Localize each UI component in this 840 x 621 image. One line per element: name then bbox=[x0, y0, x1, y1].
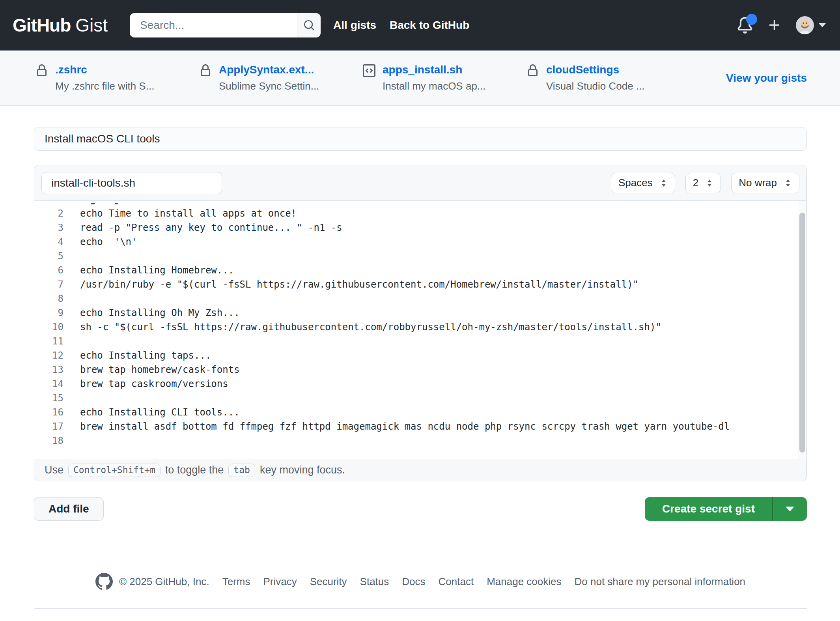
footer-links: TermsPrivacySecurityStatusDocsContactMan… bbox=[222, 576, 745, 588]
search-input[interactable] bbox=[130, 13, 297, 37]
new-gist-button[interactable] bbox=[767, 18, 782, 32]
line-number: 8 bbox=[34, 292, 63, 306]
user-menu-button[interactable] bbox=[796, 16, 826, 34]
avatar bbox=[796, 16, 814, 34]
line-number: 3 bbox=[34, 221, 63, 235]
line-number: 14 bbox=[34, 377, 63, 391]
footer-link-6[interactable]: Manage cookies bbox=[487, 576, 561, 588]
logo-brand: GitHub bbox=[13, 15, 71, 36]
wrap-mode-select[interactable]: No wrap bbox=[731, 173, 799, 193]
hint-middle: to toggle the bbox=[165, 464, 224, 476]
code-line-text: brew tap homebrew/cask-fonts bbox=[80, 363, 240, 377]
editor-scrollbar-thumb[interactable] bbox=[799, 213, 805, 453]
gist-name-link[interactable]: .zshrc bbox=[55, 64, 154, 76]
code-line: 11 bbox=[34, 334, 806, 348]
copyright-text: © 2025 GitHub, Inc. bbox=[119, 576, 209, 588]
line-number: 16 bbox=[34, 405, 63, 419]
line-number: 4 bbox=[34, 235, 63, 249]
code-line: 16echo Installing CLI tools... bbox=[34, 405, 806, 419]
code-line-text: echo Installing Oh My Zsh... bbox=[80, 306, 240, 320]
search-box bbox=[130, 13, 321, 37]
code-line: 10sh -c "$(curl -fsSL https://raw.github… bbox=[34, 320, 806, 334]
line-number: 11 bbox=[34, 334, 63, 348]
indent-mode-value: Spaces bbox=[618, 177, 653, 189]
code-line-text: /usr/bin/ruby -e "$(curl -fsSL https://r… bbox=[80, 277, 638, 292]
file-card: Spaces 2 No wrap 2echo Time to install a… bbox=[34, 165, 807, 481]
notification-dot bbox=[746, 14, 757, 25]
code-line-text: read -p "Press any key to continue... " … bbox=[80, 221, 342, 235]
code-line: 15 bbox=[34, 391, 806, 405]
code-line: 2echo Time to install all apps at once! bbox=[34, 206, 806, 221]
create-gist-split-button: Create secret gist bbox=[645, 497, 807, 521]
add-file-button[interactable]: Add file bbox=[34, 497, 104, 521]
logo-product: Gist bbox=[75, 15, 108, 36]
line-number: 6 bbox=[34, 263, 63, 277]
footer-copyright: © 2025 GitHub, Inc. bbox=[95, 573, 209, 590]
footer-link-0[interactable]: Terms bbox=[222, 576, 250, 588]
footer-link-2[interactable]: Security bbox=[310, 576, 347, 588]
footer-link-4[interactable]: Docs bbox=[402, 576, 425, 588]
code-lines: 2echo Time to install all apps at once!3… bbox=[34, 201, 806, 448]
code-line: 5 bbox=[34, 249, 806, 263]
gist-name-link[interactable]: apps_install.sh bbox=[383, 64, 486, 76]
chevron-down-icon bbox=[786, 507, 794, 511]
code-line-text: brew install asdf bottom fd ffmpeg fzf h… bbox=[80, 419, 730, 434]
line-number: 7 bbox=[34, 277, 63, 292]
lock-icon bbox=[526, 64, 539, 79]
footer-link-5[interactable]: Contact bbox=[439, 576, 474, 588]
gist-bar-items: .zshrcMy .zshrc file with S... ApplySynt… bbox=[35, 64, 726, 92]
code-line: 14brew tap caskroom/versions bbox=[34, 377, 806, 391]
code-line: 9echo Installing Oh My Zsh... bbox=[34, 306, 806, 320]
plus-icon bbox=[767, 18, 782, 32]
gist-name-link[interactable]: ApplySyntax.ext... bbox=[219, 64, 319, 76]
code-line: 18 bbox=[34, 434, 806, 448]
footer-link-3[interactable]: Status bbox=[360, 576, 389, 588]
code-line: 12echo Installing taps... bbox=[34, 348, 806, 363]
clipped-line-fragment bbox=[115, 203, 118, 204]
actions-row: Add file Create secret gist bbox=[34, 497, 807, 521]
footer-link-7[interactable]: Do not share my personal information bbox=[575, 576, 746, 588]
gist-description-input[interactable] bbox=[34, 127, 807, 151]
code-line-text: echo '\n' bbox=[80, 235, 137, 249]
gist-item: .zshrcMy .zshrc file with S... bbox=[35, 64, 199, 92]
line-number: 5 bbox=[34, 249, 63, 263]
line-number: 18 bbox=[34, 434, 63, 448]
code-line-text: echo Installing taps... bbox=[80, 348, 211, 363]
nav-link-1[interactable]: Back to GitHub bbox=[390, 19, 469, 32]
stepper-arrows-icon bbox=[706, 178, 713, 188]
gist-description: Visual Studio Code ... bbox=[546, 80, 645, 92]
create-gist-options-button[interactable] bbox=[772, 497, 807, 521]
code-line-text: echo Installing CLI tools... bbox=[80, 405, 240, 419]
notifications-button[interactable] bbox=[737, 17, 753, 34]
line-number: 9 bbox=[34, 306, 63, 320]
clipped-line-fragment bbox=[91, 203, 95, 204]
line-number: 10 bbox=[34, 320, 63, 334]
indent-mode-select[interactable]: Spaces bbox=[611, 173, 675, 193]
gist-name-link[interactable]: cloudSettings bbox=[546, 64, 645, 76]
wrap-mode-value: No wrap bbox=[739, 177, 777, 189]
code-line: 17brew install asdf bottom fd ffmpeg fzf… bbox=[34, 419, 806, 434]
page-footer: © 2025 GitHub, Inc. TermsPrivacySecurity… bbox=[34, 573, 807, 590]
bottom-divider bbox=[34, 608, 807, 609]
kbd-tab: tab bbox=[228, 464, 255, 477]
indent-size-select[interactable]: 2 bbox=[685, 173, 721, 193]
code-editor[interactable]: 2echo Time to install all apps at once!3… bbox=[34, 201, 806, 459]
search-button[interactable] bbox=[297, 13, 321, 37]
editor-hint-bar: Use Control+Shift+m to toggle the tab ke… bbox=[34, 459, 806, 481]
header-right bbox=[737, 16, 826, 34]
view-your-gists-link[interactable]: View your gists bbox=[726, 72, 807, 84]
footer-link-1[interactable]: Privacy bbox=[263, 576, 297, 588]
hint-suffix: key moving focus. bbox=[260, 464, 345, 476]
line-number: 17 bbox=[34, 419, 63, 434]
gist-item: apps_install.shInstall my macOS ap... bbox=[363, 64, 526, 92]
chevron-down-icon bbox=[819, 23, 826, 27]
gist-description: My .zshrc file with S... bbox=[55, 80, 154, 92]
line-number: 15 bbox=[34, 391, 63, 405]
github-gist-logo[interactable]: GitHub Gist bbox=[13, 15, 108, 36]
create-secret-gist-button[interactable]: Create secret gist bbox=[645, 497, 772, 521]
editor-scrollbar-track[interactable] bbox=[798, 201, 806, 459]
line-number: 2 bbox=[34, 206, 63, 221]
nav-link-0[interactable]: All gists bbox=[333, 19, 376, 32]
filename-input[interactable] bbox=[41, 172, 222, 194]
lock-icon bbox=[35, 64, 48, 79]
